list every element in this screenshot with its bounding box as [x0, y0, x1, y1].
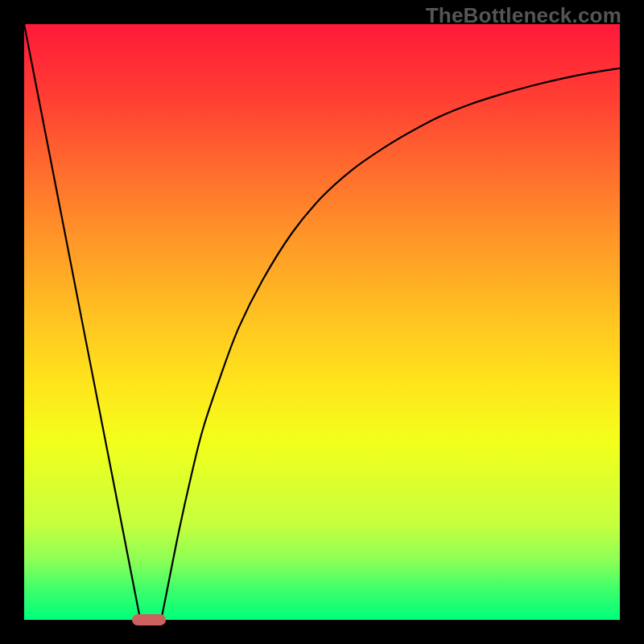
- curve-svg: [24, 24, 620, 620]
- plot-area: [24, 24, 620, 620]
- curve-right-rise: [161, 68, 620, 620]
- chart-frame: TheBottleneck.com: [0, 0, 644, 644]
- curve-left-descent: [24, 24, 140, 620]
- bottleneck-marker: [132, 614, 166, 625]
